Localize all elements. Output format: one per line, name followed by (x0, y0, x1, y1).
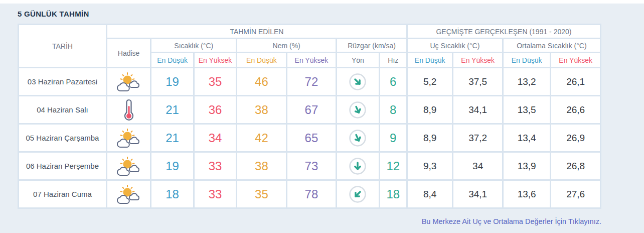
humidity-max-cell: 65 (287, 125, 336, 151)
partly-cloudy-icon (107, 72, 150, 92)
header-date: TARİH (19, 25, 106, 67)
extreme-max-cell: 34,1 (453, 181, 502, 207)
footer: Bu Merkeze Ait Uç ve Ortalama Değerler İ… (0, 217, 601, 226)
humidity-min-cell: 35 (237, 181, 286, 207)
date-cell: 07 Haziran Cuma (19, 181, 106, 207)
humidity-min-cell: 38 (237, 96, 286, 123)
header-event: Hadise (107, 39, 150, 67)
extreme-min-cell: 8,9 (408, 125, 452, 151)
average-max-cell: 26,8 (551, 153, 600, 179)
header-extreme-temp: Uç Sıcaklık (°C) (408, 39, 502, 52)
partly-cloudy-icon (107, 184, 150, 204)
average-max-cell: 26,6 (551, 96, 600, 123)
average-min-cell: 13,2 (504, 68, 550, 95)
extreme-max-cell: 34 (453, 153, 502, 179)
temp-min-cell: 19 (151, 68, 193, 95)
date-cell: 03 Haziran Pazartesi (19, 68, 106, 95)
average-max-cell: 27,6 (551, 181, 600, 207)
table-row: 03 Haziran Pazartesi 19 35 46 72 6 5,2 3… (19, 68, 600, 95)
extreme-min-cell: 9,3 (408, 153, 452, 179)
header-temp-max: En Yüksek (195, 53, 236, 67)
temp-max-cell: 33 (195, 153, 236, 179)
table-row: 06 Haziran Perşembe 19 33 38 73 12 9,3 3… (19, 153, 600, 179)
date-cell: 05 Haziran Çarşamba (19, 125, 106, 151)
wind-direction-arrow-icon (349, 185, 367, 203)
forecast-rows: 03 Haziran Pazartesi 19 35 46 72 6 5,2 3… (19, 68, 600, 207)
extremes-link[interactable]: Bu Merkeze Ait Uç ve Ortalama Değerler İ… (422, 217, 601, 225)
wind-direction-cell (337, 96, 378, 123)
extreme-min-cell: 8,9 (408, 96, 452, 123)
temp-min-cell: 18 (151, 181, 193, 207)
partly-cloudy-icon (107, 156, 150, 176)
header-wind-direction: Yön (337, 53, 378, 67)
wind-direction-arrow-icon (349, 157, 367, 175)
wind-speed-cell: 18 (380, 181, 406, 207)
table-row: 07 Haziran Cuma 18 33 35 78 18 8,4 34,1 … (19, 181, 600, 207)
extreme-min-cell: 8,4 (408, 181, 452, 207)
event-icon-cell (107, 96, 150, 123)
average-max-cell: 26,1 (551, 68, 600, 95)
extreme-max-cell: 37,5 (453, 68, 502, 95)
event-icon-cell (107, 125, 150, 151)
wind-direction-cell (337, 68, 378, 95)
temp-min-cell: 21 (151, 125, 193, 151)
forecast-table: TARİH TAHMİN EDİLEN GEÇMİŞTE GERÇEKLEŞEN… (18, 24, 601, 209)
wind-speed-cell: 12 (380, 153, 406, 179)
table-row: 05 Haziran Çarşamba 21 34 42 65 9 8,9 37… (19, 125, 600, 151)
header-wind-speed: Hız (380, 53, 406, 67)
wind-speed-cell: 9 (380, 125, 406, 151)
temp-min-cell: 21 (151, 96, 193, 123)
humidity-max-cell: 72 (287, 68, 336, 95)
extreme-min-cell: 5,2 (408, 68, 452, 95)
temp-max-cell: 35 (195, 68, 236, 95)
header-humidity-max: En Yüksek (287, 53, 336, 67)
date-cell: 06 Haziran Perşembe (19, 153, 106, 179)
header-forecast-group: TAHMİN EDİLEN (107, 25, 406, 38)
header-temperature: Sıcaklık (°C) (151, 39, 236, 52)
header-extreme-max: En Yüksek (453, 53, 502, 67)
forecast-panel: 5 GÜNLÜK TAHMİN TARİH TAHMİN EDİLEN GEÇM… (0, 4, 644, 233)
header-humidity: Nem (%) (237, 39, 336, 52)
header-wind: Rüzgar (km/sa) (337, 39, 406, 52)
humidity-min-cell: 46 (237, 68, 286, 95)
humidity-min-cell: 42 (237, 125, 286, 151)
header-average-min: En Düşük (504, 53, 550, 67)
humidity-max-cell: 67 (287, 96, 336, 123)
wind-speed-cell: 8 (380, 96, 406, 123)
wind-direction-arrow-icon (349, 129, 367, 147)
average-max-cell: 26,9 (551, 125, 600, 151)
event-icon-cell (107, 153, 150, 179)
wind-direction-cell (337, 125, 378, 151)
header-average-temp: Ortalama Sıcaklık (°C) (504, 39, 600, 52)
page-title: 5 GÜNLÜK TAHMİN (18, 10, 644, 18)
temp-min-cell: 19 (151, 153, 193, 179)
wind-direction-arrow-icon (349, 73, 367, 91)
humidity-min-cell: 38 (237, 153, 286, 179)
wind-direction-cell (337, 181, 378, 207)
temp-max-cell: 33 (195, 181, 236, 207)
event-icon-cell (107, 68, 150, 95)
humidity-max-cell: 73 (287, 153, 336, 179)
date-cell: 04 Haziran Salı (19, 96, 106, 123)
header-historical-group: GEÇMİŞTE GERÇEKLEŞEN (1991 - 2020) (408, 25, 600, 38)
average-min-cell: 13,4 (504, 125, 550, 151)
header-average-max: En Yüksek (551, 53, 600, 67)
header-temp-min: En Düşük (151, 53, 193, 67)
thermometer-icon (107, 99, 150, 121)
average-min-cell: 13,6 (504, 181, 550, 207)
average-min-cell: 13,9 (504, 153, 550, 179)
wind-direction-arrow-icon (349, 101, 367, 119)
event-icon-cell (107, 181, 150, 207)
average-min-cell: 13,5 (504, 96, 550, 123)
temp-max-cell: 34 (195, 125, 236, 151)
humidity-max-cell: 78 (287, 181, 336, 207)
header-extreme-min: En Düşük (408, 53, 452, 67)
temp-max-cell: 36 (195, 96, 236, 123)
extreme-max-cell: 34,1 (453, 96, 502, 123)
partly-cloudy-icon (107, 128, 150, 148)
wind-direction-cell (337, 153, 378, 179)
table-row: 04 Haziran Salı 21 36 38 67 8 8,9 34,1 1… (19, 96, 600, 123)
extreme-max-cell: 37,2 (453, 125, 502, 151)
header-humidity-min: En Düşük (237, 53, 286, 67)
wind-speed-cell: 6 (380, 68, 406, 95)
